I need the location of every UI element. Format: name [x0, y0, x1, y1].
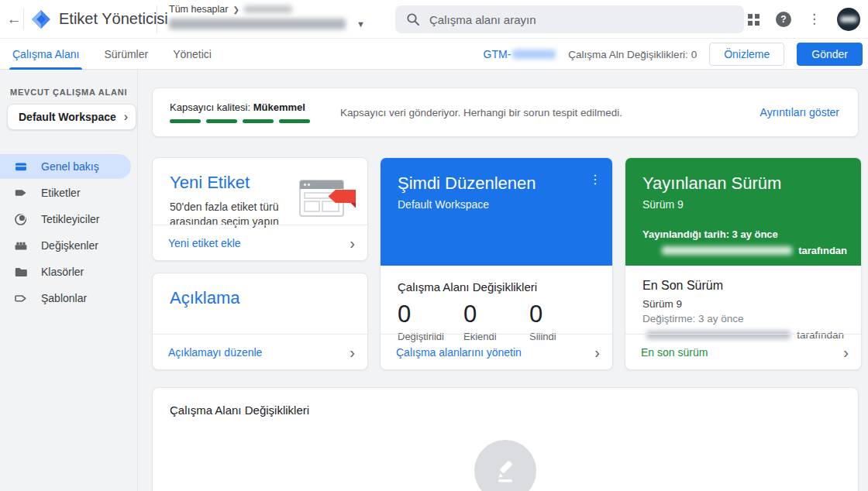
now-editing-subtitle: Default Workspace — [398, 198, 595, 211]
sidebar-item-label: Etiketler — [41, 187, 81, 199]
add-new-tag-link[interactable]: Yeni etiket ekle — [168, 237, 350, 249]
breadcrumb-chevron-icon: ❯ — [232, 5, 239, 14]
tab-bar: Çalışma Alanı Sürümler Yönetici GTM- Çal… — [0, 39, 868, 70]
sidebar-item-label: Şablonlar — [41, 292, 87, 304]
pencil-edit-icon — [491, 457, 519, 485]
publisher-email-redacted — [662, 246, 792, 255]
quality-message: Kapsayıcı veri gönderiyor. Herhangi bir … — [340, 107, 760, 118]
account-breadcrumb[interactable]: Tüm hesaplar ❯ ▼ — [169, 4, 365, 29]
now-editing-header: Şimdi Düzenlenen Default Workspace ⋮ — [381, 158, 612, 266]
new-tag-card: Yeni Etiket 50'den fazla etiket türü ara… — [152, 157, 368, 261]
account-name-redacted — [244, 5, 292, 13]
quality-bars — [170, 119, 322, 123]
variables-icon — [14, 239, 28, 252]
now-editing-card: Şimdi Düzenlenen Default Workspace ⋮ Çal… — [380, 157, 613, 370]
sidebar-nav: Genel bakış Etiketler Tetikleyiciler Değ… — [0, 154, 137, 311]
app-title: Etiket Yöneticisi — [59, 10, 168, 28]
workspace-selector[interactable]: Default Workspace › — [7, 104, 136, 130]
latest-version-link[interactable]: En son sürüm — [641, 346, 843, 359]
trigger-icon — [14, 212, 28, 226]
google-apps-icon[interactable] — [748, 14, 760, 26]
latest-version-number: Sürüm 9 — [642, 298, 844, 310]
tab-admin[interactable]: Yönetici — [173, 39, 212, 70]
workspace-changes-card: Çalışma Alanı Değişiklikleri — [152, 387, 859, 491]
preview-button[interactable]: Önizleme — [709, 43, 784, 66]
tab-workspace[interactable]: Çalışma Alanı — [12, 39, 79, 70]
folder-icon — [14, 265, 28, 279]
chevron-right-icon: › — [350, 237, 355, 249]
published-date: Yayınlandığı tarih: 3 ay önce — [642, 228, 847, 240]
container-quality-title: Kapsayıcı kalitesi: Mükemmel — [170, 101, 322, 113]
sidebar-item-folders[interactable]: Klasörler — [0, 259, 131, 284]
tab-versions[interactable]: Sürümler — [104, 39, 148, 70]
tag-window-illustration-icon — [299, 180, 356, 223]
search-placeholder: Çalışma alanı arayın — [429, 13, 536, 26]
template-icon — [14, 291, 28, 305]
chevron-right-icon: › — [594, 346, 600, 359]
search-icon — [406, 12, 420, 26]
now-editing-title: Şimdi Düzenlenen — [398, 173, 595, 194]
container-id-redacted — [512, 50, 556, 59]
avatar[interactable] — [837, 8, 860, 31]
container-dropdown-icon[interactable]: ▼ — [356, 19, 365, 29]
sidebar-item-triggers[interactable]: Tetikleyiciler — [0, 207, 131, 232]
tag-icon — [14, 186, 28, 200]
sidebar-item-label: Değişkenler — [41, 239, 98, 252]
sidebar-item-templates[interactable]: Şablonlar — [0, 286, 131, 311]
help-icon[interactable]: ? — [776, 12, 791, 27]
tag-manager-logo-icon — [31, 9, 51, 29]
published-version-subtitle: Sürüm 9 — [642, 198, 844, 211]
edit-description-link[interactable]: Açıklamayı düzenle — [168, 346, 350, 359]
container-name-redacted — [169, 19, 346, 29]
container-quality-card: Kapsayıcı kalitesi: Mükemmel Kapsayıcı v… — [152, 88, 859, 137]
sidebar-item-tags[interactable]: Etiketler — [0, 180, 131, 205]
sidebar-item-overview[interactable]: Genel bakış — [0, 154, 131, 179]
add-new-tag-row[interactable]: Yeni etiket ekle › — [153, 225, 367, 260]
header-divider — [23, 9, 24, 30]
search-input[interactable]: Çalışma alanı arayın — [395, 5, 744, 33]
show-details-link[interactable]: Ayrıntıları göster — [760, 106, 839, 118]
breadcrumb-root[interactable]: Tüm hesaplar — [169, 4, 228, 15]
current-workspace-label: MEVCUT ÇALIŞMA ALANI — [10, 88, 137, 97]
published-version-header: Yayınlanan Sürüm Sürüm 9 Yayınlandığı ta… — [625, 158, 861, 266]
sidebar-item-label: Klasörler — [41, 266, 84, 278]
card-menu-icon[interactable]: ⋮ — [589, 172, 601, 187]
latest-version-title: En Son Sürüm — [642, 279, 844, 293]
sidebar-item-label: Genel bakış — [41, 160, 99, 173]
edit-description-row[interactable]: Açıklamayı düzenle › — [153, 334, 367, 369]
published-version-title: Yayınlanan Sürüm — [642, 173, 844, 194]
workspace-changes-title: Çalışma Alanı Değişiklikleri — [398, 280, 595, 294]
chevron-right-icon: › — [843, 346, 849, 359]
top-app-bar: ← Etiket Yöneticisi Tüm hesaplar ❯ ▼ Çal… — [0, 0, 868, 39]
overflow-menu-icon[interactable]: ⋮ — [808, 12, 821, 26]
workspace-name: Default Workspace — [19, 111, 124, 123]
header-divider — [157, 5, 157, 33]
empty-state-circle — [474, 440, 536, 491]
manage-workspaces-link[interactable]: Çalışma alanlarını yönetin — [396, 346, 594, 359]
latest-modified-date: Değiştirme: 3 ay önce — [642, 313, 844, 324]
sidebar-item-variables[interactable]: Değişkenler — [0, 233, 131, 258]
back-arrow-icon[interactable]: ← — [5, 10, 23, 29]
published-version-card: Yayınlanan Sürüm Sürüm 9 Yayınlandığı ta… — [625, 157, 862, 370]
workspace-changes-count: Çalışma Aln Değişiklikleri: 0 — [568, 49, 697, 60]
description-card: Açıklama Açıklamayı düzenle › — [152, 273, 368, 370]
sidebar-item-label: Tetikleyiciler — [41, 213, 99, 225]
overview-icon — [14, 160, 28, 173]
submit-button[interactable]: Gönder — [797, 43, 863, 66]
sidebar: MEVCUT ÇALIŞMA ALANI Default Workspace ›… — [0, 70, 138, 491]
latest-version-row[interactable]: En son sürüm › — [625, 334, 861, 369]
workspace-changes-section-title: Çalışma Alanı Değişiklikleri — [153, 388, 858, 417]
chevron-right-icon: › — [350, 346, 355, 359]
description-title: Açıklama — [170, 288, 350, 308]
published-by-label: tarafından — [798, 245, 847, 256]
manage-workspaces-row[interactable]: Çalışma alanlarını yönetin › — [381, 334, 612, 369]
chevron-right-icon: › — [124, 110, 128, 124]
container-id[interactable]: GTM- — [484, 48, 556, 60]
